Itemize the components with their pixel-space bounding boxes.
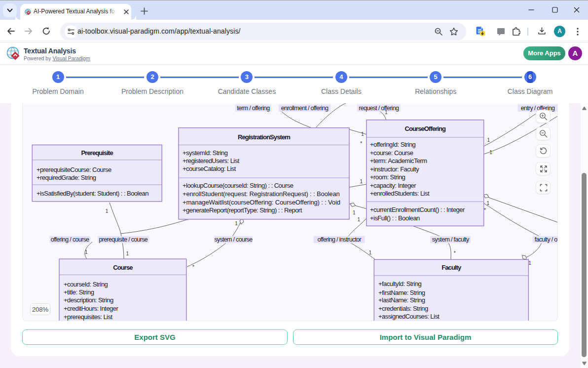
svg-text:enrollment / offering: enrollment / offering	[281, 105, 329, 112]
svg-text:1: 1	[369, 250, 372, 255]
svg-text:+generateReport(reportType: St: +generateReport(reportType: String) : : …	[183, 206, 302, 214]
svg-text:1: 1	[385, 110, 388, 115]
svg-text:+course: Course: +course: Course	[370, 149, 413, 157]
svg-text:+facultyId: String: +facultyId: String	[378, 280, 422, 287]
svg-text:+prerequisites: List: +prerequisites: List	[64, 313, 112, 321]
svg-text:1: 1	[126, 251, 129, 256]
svg-text:1: 1	[489, 150, 492, 155]
svg-text:1: 1	[487, 201, 490, 206]
svg-text:Prerequisite: Prerequisite	[81, 149, 113, 157]
svg-text:1: 1	[358, 217, 361, 222]
svg-text:RegistrationSystem: RegistrationSystem	[238, 133, 290, 141]
svg-text:+description: String: +description: String	[64, 296, 113, 304]
svg-text:+isFull() : : Boolean: +isFull() : : Boolean	[370, 214, 420, 222]
svg-text:1: 1	[361, 131, 364, 137]
svg-text:system / course: system / course	[214, 236, 253, 243]
svg-text:+currentEnrollmentCount() : :: +currentEnrollmentCount() : : Integer	[370, 206, 465, 213]
svg-text:Course: Course	[113, 264, 133, 271]
svg-text:+credentials: String: +credentials: String	[378, 305, 428, 312]
svg-text:+title: String: +title: String	[64, 288, 94, 296]
svg-text:+prerequisiteCourse: Course: +prerequisiteCourse: Course	[37, 166, 111, 173]
svg-text:+assignedCourses: List: +assignedCourses: List	[378, 313, 440, 320]
svg-text:system / faculty: system / faculty	[432, 236, 470, 243]
svg-text:1: 1	[106, 208, 109, 214]
svg-text:+manageWaitlist(courseOffering: +manageWaitlist(courseOffering: CourseOf…	[183, 199, 340, 206]
svg-text:+registeredUsers: List: +registeredUsers: List	[183, 157, 240, 164]
svg-text:+lastName: String: +lastName: String	[378, 296, 425, 304]
svg-text:+creditHours: Integer: +creditHours: Integer	[64, 305, 118, 312]
svg-text:1: 1	[528, 260, 531, 266]
svg-text:+firstName: String: +firstName: String	[378, 289, 425, 296]
svg-text:+room: String: +room: String	[370, 173, 405, 181]
svg-text:+courseId: String: +courseId: String	[64, 281, 108, 288]
svg-text:*: *	[484, 207, 486, 213]
svg-text:*: *	[360, 141, 362, 146]
svg-text:+term: AcademicTerm: +term: AcademicTerm	[370, 157, 427, 164]
svg-text:+offeringId: String: +offeringId: String	[370, 141, 416, 148]
svg-text:+systemId: String: +systemId: String	[183, 149, 228, 157]
svg-text:request / offering: request / offering	[359, 105, 399, 112]
svg-text:offering / course: offering / course	[51, 236, 89, 243]
svg-text:1: 1	[85, 249, 88, 255]
svg-text:+capacity: Integer: +capacity: Integer	[370, 182, 416, 189]
svg-text:prerequisite / course: prerequisite / course	[99, 236, 148, 243]
svg-text:CourseOffering: CourseOffering	[404, 125, 446, 132]
svg-text:+isSatisfiedBy(student: Studen: +isSatisfiedBy(student: Student) : : Boo…	[37, 190, 148, 197]
svg-text:1: 1	[353, 210, 356, 215]
svg-text:+lookupCourse(courseId: String: +lookupCourse(courseId: String) : : Cour…	[183, 182, 294, 189]
svg-text:+requiredGrade: String: +requiredGrade: String	[37, 174, 96, 181]
svg-text:+enrolledStudents: List: +enrolledStudents: List	[370, 190, 430, 197]
svg-text:offering / instructor: offering / instructor	[317, 236, 361, 243]
svg-text:+courseCatalog: List: +courseCatalog: List	[183, 165, 236, 172]
svg-text:1: 1	[235, 221, 238, 226]
svg-text:1: 1	[487, 137, 490, 143]
svg-text:faculty / of: faculty / of	[535, 236, 558, 243]
svg-text:Faculty: Faculty	[441, 264, 462, 271]
svg-text:term / offering: term / offering	[237, 105, 270, 112]
svg-text:1: 1	[360, 179, 363, 184]
svg-text:*: *	[454, 250, 456, 256]
svg-text:+instructor: Faculty: +instructor: Faculty	[370, 165, 419, 173]
svg-text:+enrollStudent(request: Regist: +enrollStudent(request: RegistrationRequ…	[183, 190, 340, 198]
svg-text:*: *	[192, 264, 194, 270]
